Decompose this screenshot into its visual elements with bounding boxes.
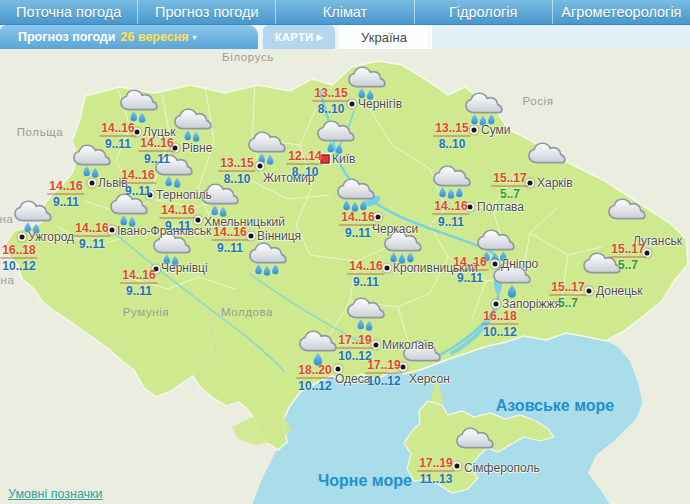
- night-temperature: 9..11: [159, 219, 196, 233]
- night-temperature: 10..12: [365, 374, 402, 388]
- night-temperature: 8..10: [312, 102, 349, 116]
- city-label[interactable]: Київ: [332, 152, 355, 166]
- city-marker[interactable]: [18, 233, 27, 242]
- temp-block: 14..169..11: [211, 226, 248, 255]
- country-label: Молдова: [221, 306, 273, 318]
- temp-block: 14..169..11: [451, 256, 488, 285]
- tab-ukraine[interactable]: Україна: [339, 25, 429, 49]
- country-label: Білорусь: [222, 51, 274, 63]
- temp-block: 17..1911..13: [417, 457, 454, 486]
- sub-header: Прогноз погоди 26 вересня ▾ КАРТИ ▶ Укра…: [0, 25, 690, 49]
- map-overlay: ПольщаБілорусьРосіяРумуніяМолдоваСловачч…: [0, 49, 690, 504]
- forecast-date-tab[interactable]: Прогноз погоди 26 вересня ▾: [0, 25, 258, 49]
- day-temperature: 14..16: [159, 204, 196, 219]
- nav-tab-forecast[interactable]: Прогноз погоди: [137, 0, 275, 24]
- night-temperature: 9..11: [339, 226, 376, 240]
- temp-block: 13..158..10: [433, 122, 470, 151]
- city-marker[interactable]: [88, 179, 97, 188]
- city-label[interactable]: Чернігів: [358, 97, 402, 111]
- weather-icon-rain2: [118, 87, 160, 125]
- day-temperature: 14..16: [99, 122, 136, 137]
- day-temperature: 13..15: [433, 122, 470, 137]
- night-temperature: 5..7: [609, 258, 646, 272]
- city-label[interactable]: Вінниця: [257, 229, 301, 243]
- city-marker[interactable]: [256, 162, 265, 171]
- forecast-title: Прогноз погоди: [18, 30, 116, 44]
- maps-button[interactable]: КАРТИ ▶: [263, 25, 335, 49]
- temp-block: 14..169..11: [159, 204, 196, 233]
- sub-header-spacer: [430, 25, 690, 49]
- weather-icon-cloud: [454, 425, 496, 463]
- country-label: Росія: [522, 95, 553, 107]
- night-temperature: 9..11: [432, 215, 469, 229]
- temp-block: 17..1910..12: [365, 359, 402, 388]
- day-temperature: 14..16: [432, 200, 469, 215]
- night-temperature: 9..11: [347, 275, 384, 289]
- night-temperature: 9..11: [120, 284, 157, 298]
- weather-icon-rain2: [172, 106, 214, 144]
- nav-tab-agrometeorology[interactable]: Агрометеорологія: [552, 0, 690, 24]
- city-label[interactable]: Тернопіль: [156, 188, 212, 202]
- weather-icon-rain2: [345, 295, 387, 333]
- city-label[interactable]: Дніпро: [501, 257, 538, 271]
- temp-block: 14..169..11: [47, 180, 84, 209]
- city-label[interactable]: Полтава: [477, 200, 524, 214]
- temp-block: 14..169..11: [339, 211, 376, 240]
- temp-block: 18..2010..12: [296, 364, 333, 393]
- city-label[interactable]: Рівне: [182, 141, 212, 155]
- legend-link[interactable]: Умовні позначки: [8, 487, 103, 501]
- day-temperature: 16..18: [0, 244, 37, 259]
- city-label[interactable]: Харків: [537, 176, 573, 190]
- day-temperature: 14..16: [73, 222, 110, 237]
- day-temperature: 14..16: [347, 260, 384, 275]
- city-label[interactable]: Суми: [481, 123, 510, 137]
- night-temperature: 10..12: [0, 259, 37, 273]
- country-label: Румунія: [123, 306, 169, 318]
- day-temperature: 14..16: [138, 137, 175, 152]
- night-temperature: 5..7: [491, 187, 528, 201]
- sea-label: Чорне море: [318, 472, 412, 490]
- forecast-date[interactable]: 26 вересня: [121, 30, 189, 44]
- city-marker[interactable]: [492, 300, 501, 309]
- weather-icon-rain3: [431, 163, 473, 201]
- temp-block: 14..169..11: [119, 169, 156, 198]
- temp-block: 14..169..11: [432, 200, 469, 229]
- day-temperature: 12..14: [286, 150, 323, 165]
- night-temperature: 8..10: [218, 172, 255, 186]
- chevron-down-icon[interactable]: ▾: [193, 33, 197, 42]
- night-temperature: 8..10: [286, 165, 323, 179]
- day-temperature: 17..19: [365, 359, 402, 374]
- city-label[interactable]: Херсон: [409, 372, 450, 386]
- weather-icon-rain3: [247, 240, 289, 278]
- day-temperature: 14..16: [47, 180, 84, 195]
- country-label: Угорщина: [0, 274, 14, 286]
- nav-tab-current-weather[interactable]: Поточна погода: [0, 0, 137, 24]
- day-temperature: 14..16: [119, 169, 156, 184]
- night-temperature: 11..13: [417, 472, 454, 486]
- temp-block: 15..175..7: [549, 281, 586, 310]
- temp-block: 13..158..10: [312, 87, 349, 116]
- night-temperature: 9..11: [119, 184, 156, 198]
- temp-block: 14..169..11: [347, 260, 384, 289]
- night-temperature: 8..10: [433, 137, 470, 151]
- night-temperature: 9..11: [451, 271, 488, 285]
- nav-tab-climate[interactable]: Клімат: [275, 0, 413, 24]
- city-label[interactable]: Черкаси: [372, 222, 418, 236]
- night-temperature: 9..11: [47, 195, 84, 209]
- temp-block: 16..1810..12: [481, 310, 518, 339]
- night-temperature: 9..11: [138, 152, 175, 166]
- arrow-right-icon: ▶: [317, 33, 324, 42]
- day-temperature: 14..16: [339, 211, 376, 226]
- weather-icon-cloud: [606, 196, 648, 234]
- temp-block: 14..169..11: [120, 269, 157, 298]
- day-temperature: 18..20: [296, 364, 333, 379]
- city-marker[interactable]: [470, 126, 479, 135]
- city-label[interactable]: Сімферополь: [464, 461, 540, 475]
- city-label[interactable]: Чернівці: [161, 261, 208, 275]
- city-label[interactable]: Донецьк: [596, 284, 643, 298]
- nav-tab-hydrology[interactable]: Гідрологія: [414, 0, 552, 24]
- day-temperature: 15..17: [549, 281, 586, 296]
- city-marker[interactable]: [491, 260, 500, 269]
- day-temperature: 15..17: [609, 243, 646, 258]
- city-label[interactable]: Миколаїв: [382, 338, 434, 352]
